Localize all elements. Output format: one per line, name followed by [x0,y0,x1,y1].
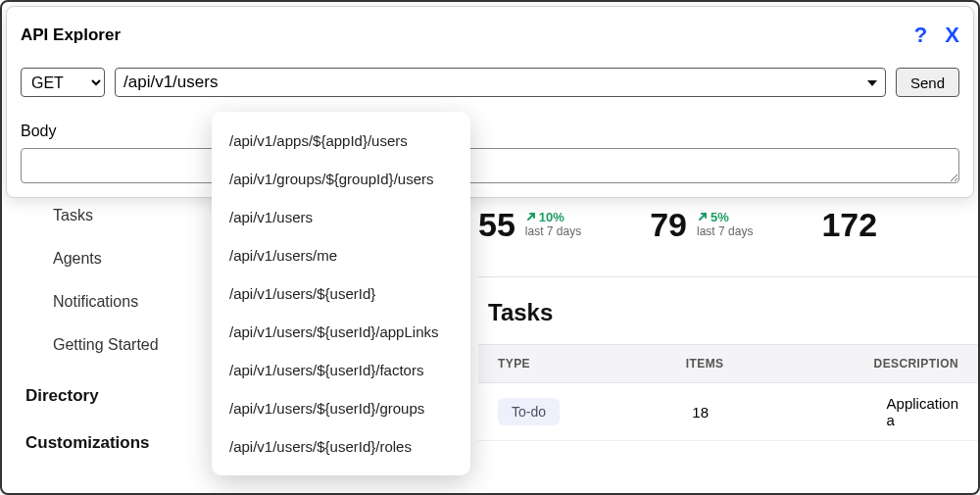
api-explorer-modal: API Explorer ? X GET Send Body [6,6,974,198]
help-icon[interactable]: ? [914,23,927,48]
dropdown-option[interactable]: /api/v1/users/${userId}/roles [212,427,470,466]
arrow-up-right-icon [525,211,537,223]
dropdown-option[interactable]: /api/v1/users/${userId} [212,274,470,313]
metric-period: last 7 days [697,224,753,238]
dropdown-option[interactable]: /api/v1/users/${userId}/groups [212,389,470,427]
dropdown-option[interactable]: /api/v1/users/${userId}/appLinks [212,313,470,351]
tasks-title: Tasks [478,277,978,344]
table-row[interactable]: To-do 18 Application a [478,383,978,441]
metric-value: 172 [821,206,877,244]
send-button[interactable]: Send [896,68,959,97]
metric-1: 55 10% last 7 days [478,206,581,244]
url-autocomplete-dropdown: /api/v1/apps/${appId}/users /api/v1/grou… [212,112,470,475]
metric-2: 79 5% last 7 days [650,206,753,244]
tasks-table: TYPE ITEMS DESCRIPTION To-do 18 Applicat… [478,344,978,441]
http-method-select[interactable]: GET [21,68,105,97]
url-input[interactable] [115,68,886,97]
body-textarea[interactable] [21,148,959,183]
arrow-up-right-icon [697,211,709,223]
dropdown-option[interactable]: /api/v1/users/${userId}/factors [212,351,470,389]
tasks-table-header: TYPE ITEMS DESCRIPTION [478,344,978,383]
dropdown-option[interactable]: /api/v1/apps/${appId}/users [212,122,470,160]
metric-delta: 5% [697,211,753,224]
col-desc: DESCRIPTION [855,345,978,382]
metric-3: 172 [821,206,877,244]
row-desc: Application a [867,383,978,440]
tasks-panel: Tasks TYPE ITEMS DESCRIPTION To-do 18 Ap… [478,276,978,441]
row-items: 18 [672,392,866,432]
type-badge: To-do [498,398,560,425]
dropdown-option[interactable]: /api/v1/groups/${groupId}/users [212,160,470,198]
body-label: Body [21,123,959,140]
dropdown-option[interactable]: /api/v1/users/me [212,236,470,274]
metrics-row: 55 10% last 7 days 79 5% last 7 days 172 [478,198,978,251]
metric-value: 79 [650,206,687,244]
metric-value: 55 [478,206,515,244]
col-items: ITEMS [666,345,855,382]
metric-period: last 7 days [525,224,581,238]
dropdown-option[interactable]: /api/v1/users [212,198,470,236]
close-icon[interactable]: X [945,23,959,48]
metric-delta: 10% [525,211,581,224]
modal-title: API Explorer [21,25,121,45]
col-type: TYPE [478,345,666,382]
